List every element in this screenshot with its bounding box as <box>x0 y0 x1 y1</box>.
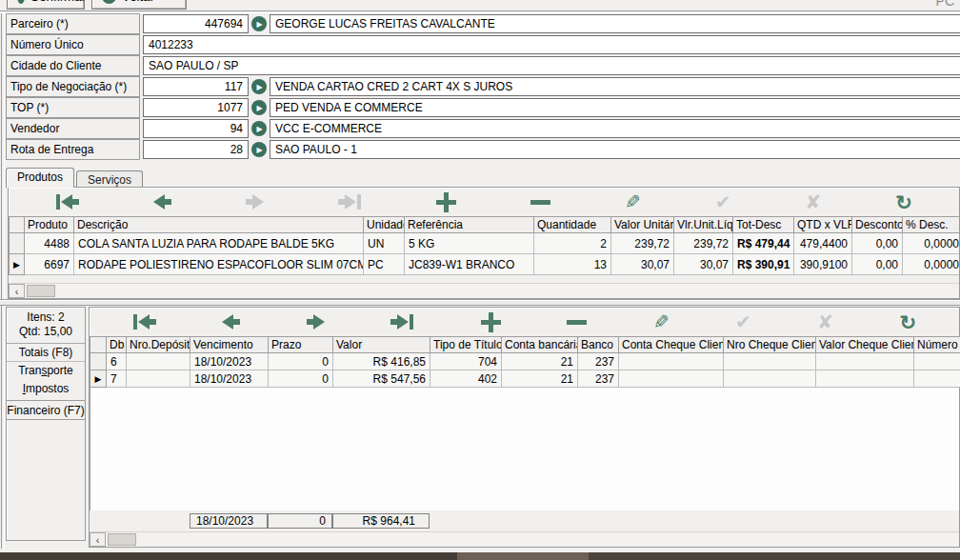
scroll-left-icon[interactable]: ‹ <box>9 284 25 298</box>
next-icon[interactable] <box>307 311 325 332</box>
cancel-icon: ✘ <box>817 311 833 332</box>
column-header[interactable]: Quantidade <box>534 217 611 233</box>
column-header[interactable]: QTD x VLR <box>794 217 852 233</box>
order-window: ✔ Confirmar ↩ Voltar PC Parceiro (*)4476… <box>0 0 960 560</box>
add-icon[interactable] <box>436 191 456 212</box>
last-icon[interactable] <box>390 311 414 332</box>
code-input[interactable]: 117 <box>143 77 249 96</box>
column-header[interactable]: Valor <box>333 337 430 353</box>
lookup-icon[interactable]: ▶ <box>251 16 267 31</box>
financial-totals-row: 18/10/2023 0 R$ 964,41 <box>90 510 959 531</box>
form-row: Rota de Entrega28▶SAO PAULO - 1 <box>6 139 960 160</box>
scroll-left-icon[interactable]: ‹ <box>90 532 106 547</box>
column-header[interactable]: Conta Cheque Cliente <box>619 337 724 353</box>
value-input[interactable]: SAO PAULO / SP <box>143 56 960 75</box>
cell: 4488 <box>25 233 74 254</box>
cell: UN <box>364 233 405 254</box>
financial-hscrollbar[interactable]: ‹ <box>90 531 959 547</box>
column-header[interactable]: Tot-Desc <box>733 217 794 233</box>
value-input[interactable]: GEORGE LUCAS FREITAS CAVALCANTE <box>270 14 960 33</box>
form-row: Cidade do ClienteSAO PAULO / SP <box>6 55 960 76</box>
sidebar-item-totais-f8[interactable]: Totais (F8) <box>7 344 85 362</box>
column-header[interactable]: Desconto <box>852 217 903 233</box>
lookup-icon[interactable]: ▶ <box>251 142 267 157</box>
column-header[interactable]: Nro.Depósito <box>127 337 190 353</box>
cell <box>724 353 816 370</box>
value-input[interactable]: 4012233 <box>143 35 960 54</box>
table-row[interactable]: 618/10/20230R$ 416,8570421237 <box>90 353 960 370</box>
sidebar-item-financeiro-f7[interactable]: Financeiro (F7) <box>7 400 85 420</box>
code-input[interactable]: 28 <box>143 140 249 159</box>
column-header[interactable]: % Desc. <box>903 217 960 233</box>
cell <box>914 370 960 388</box>
cell <box>816 353 914 370</box>
row-marker <box>10 233 25 254</box>
code-input[interactable]: 94 <box>143 119 249 138</box>
column-header[interactable]: Número <box>914 337 960 353</box>
column-header[interactable]: Conta bancária <box>502 337 578 353</box>
lookup-icon[interactable]: ▶ <box>251 100 267 115</box>
column-header[interactable]: Tipo de Título <box>430 337 502 353</box>
refresh-icon[interactable]: ↻ <box>895 191 912 212</box>
value-input[interactable]: PED VENDA E COMMERCE <box>270 98 960 117</box>
first-icon[interactable] <box>55 191 79 212</box>
cell: 21 <box>502 370 578 388</box>
column-header[interactable]: Unidade <box>364 217 405 233</box>
cell: 0,00 <box>852 233 903 254</box>
cell <box>724 370 816 388</box>
confirm-icon: ✔ <box>715 191 731 212</box>
order-header-form: Parceiro (*)447694▶GEORGE LUCAS FREITAS … <box>6 13 960 160</box>
window-left-frame <box>1 12 5 549</box>
previous-icon[interactable] <box>222 311 240 332</box>
code-input[interactable]: 447694 <box>143 14 249 33</box>
column-header[interactable]: Prazo <box>269 337 333 353</box>
edit-icon[interactable]: ✎ <box>653 311 670 332</box>
column-header[interactable]: Valor Unitário <box>611 217 674 233</box>
refresh-icon[interactable]: ↻ <box>900 311 917 332</box>
table-row[interactable]: ▶6697RODAPE POLIESTIRENO ESPACOFLOOR SLI… <box>10 254 960 275</box>
sidebar-buttons: Totais (F8)TransporteImpostosFinanceiro … <box>7 344 85 420</box>
field-label: Cidade do Cliente <box>6 55 140 76</box>
table-row[interactable]: ▶718/10/20230R$ 547,5640221237 <box>90 370 960 388</box>
column-header[interactable]: Valor Cheque Cliente <box>816 337 914 353</box>
add-icon[interactable] <box>481 311 501 332</box>
cell: 30,07 <box>674 254 733 275</box>
bottom-taskbar-strip <box>0 552 960 560</box>
tab-produtos[interactable]: Produtos <box>6 168 74 188</box>
lookup-icon[interactable]: ▶ <box>251 79 267 94</box>
scrollbar-thumb[interactable] <box>27 285 55 297</box>
form-row: Parceiro (*)447694▶GEORGE LUCAS FREITAS … <box>6 13 960 34</box>
column-header[interactable]: Descrição <box>74 217 364 233</box>
remove-icon[interactable] <box>567 311 587 332</box>
field-label: Tipo de Negociação (*) <box>6 76 140 97</box>
column-header[interactable]: Vencimento <box>190 337 269 353</box>
cell: R$ 547,56 <box>333 370 430 388</box>
financial-grid: DbNro.DepósitoVencimentoPrazoValorTipo d… <box>90 336 960 388</box>
edit-icon[interactable]: ✎ <box>625 191 641 212</box>
value-input[interactable]: VENDA CARTAO CRED 2 CART 4X S JUROS <box>270 77 960 96</box>
column-header[interactable]: Referência <box>405 217 534 233</box>
confirm-button[interactable]: ✔ Confirmar <box>7 0 85 10</box>
back-button[interactable]: ↩ Voltar <box>91 0 187 10</box>
sidebar-item-transporte[interactable]: Transporte <box>7 362 85 380</box>
column-header[interactable]: Db <box>107 337 127 353</box>
remove-icon[interactable] <box>530 191 550 212</box>
tab-servicos[interactable]: Serviços <box>76 170 143 188</box>
cell: 6697 <box>25 254 74 275</box>
column-header[interactable]: Nro Cheque Cliente <box>724 337 816 353</box>
code-input[interactable]: 1077 <box>143 98 249 117</box>
column-header[interactable]: Banco <box>578 337 619 353</box>
previous-icon[interactable] <box>153 191 171 212</box>
column-header[interactable]: Produto <box>25 217 74 233</box>
scrollbar-thumb[interactable] <box>108 533 136 546</box>
first-icon[interactable] <box>132 311 156 332</box>
column-header[interactable]: Vlr.Unit.Líq. <box>674 217 733 233</box>
value-input[interactable]: VCC E-COMMERCE <box>270 119 960 138</box>
cell: 13 <box>534 254 611 275</box>
value-input[interactable]: SAO PAULO - 1 <box>270 140 960 159</box>
table-row[interactable]: 4488COLA SANTA LUZIA PARA RODAPE BALDE 5… <box>10 233 960 254</box>
sidebar-item-impostos[interactable]: Impostos <box>7 380 85 398</box>
total-valor: R$ 964,41 <box>332 513 430 529</box>
products-hscrollbar[interactable]: ‹ <box>9 283 959 298</box>
lookup-icon[interactable]: ▶ <box>251 121 267 136</box>
